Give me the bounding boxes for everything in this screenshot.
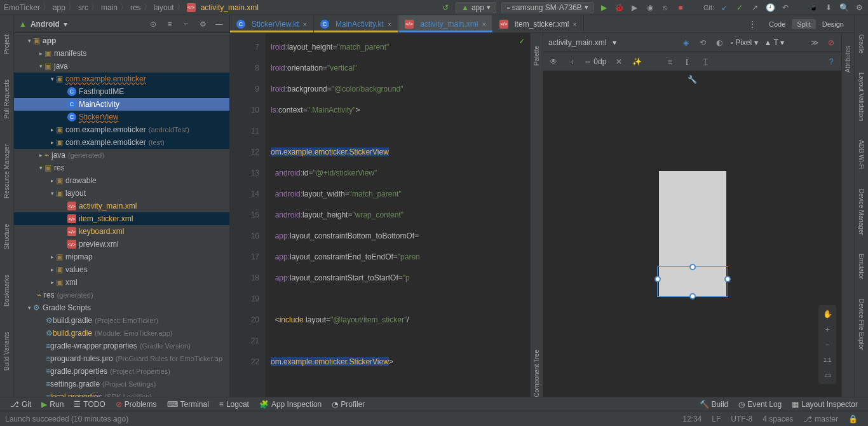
tree-mipmap[interactable]: mipmap — [65, 252, 93, 261]
pan-icon[interactable]: ✋ — [822, 309, 832, 319]
tree-pkg-test[interactable]: com.example.emoticker — [65, 138, 146, 147]
tree-manifests[interactable]: manifests — [54, 49, 86, 58]
settings-icon[interactable]: ⚙ — [854, 3, 864, 13]
clear-constraints-icon[interactable]: ✕ — [614, 57, 624, 67]
tab-mainactivity[interactable]: CMainActivity.kt× — [314, 15, 398, 32]
preview-device[interactable]: ▫ Pixel ▾ — [731, 38, 758, 47]
profile-icon[interactable]: ◉ — [645, 3, 655, 13]
infer-icon[interactable]: ✨ — [632, 57, 642, 67]
tw-device-file-explorer[interactable]: Device File Explor — [858, 299, 865, 350]
git-rollback-icon[interactable]: ↶ — [780, 3, 790, 13]
tree-file-activity[interactable]: activity_main.xml — [79, 202, 137, 210]
viewmode-code[interactable]: Code — [764, 19, 790, 29]
tree-java[interactable]: java — [54, 62, 68, 71]
tw-eventlog[interactable]: ◷Event Log — [733, 400, 787, 409]
help-icon[interactable]: ? — [826, 57, 836, 67]
tree-resgen[interactable]: res — [44, 291, 55, 299]
tree-mainactivity[interactable]: MainActivity — [79, 100, 119, 109]
search-icon[interactable]: 🔍 — [839, 3, 849, 13]
design-attributes[interactable]: Attributes — [844, 46, 851, 72]
tree-pg[interactable]: proguard-rules.pro — [50, 354, 113, 363]
viewmode-design[interactable]: Design — [817, 19, 849, 29]
tw-app-inspection[interactable]: 🧩App Inspection — [254, 400, 327, 409]
tw-layout-inspector[interactable]: ▦Layout Inspector — [787, 400, 863, 409]
crumb-active[interactable]: activity_main.xml — [201, 3, 259, 12]
design-component-tree[interactable]: Component Tree — [533, 350, 540, 397]
tw-project[interactable]: Project — [3, 34, 10, 54]
status-lf[interactable]: LF — [707, 415, 726, 423]
crumb[interactable]: app — [53, 3, 65, 12]
viewmode-split[interactable]: Split — [792, 19, 815, 29]
tab-activity-main[interactable]: </>activity_main.xml× — [398, 15, 493, 32]
debug-icon[interactable]: 🐞 — [614, 3, 625, 13]
more-icon[interactable]: ⋮ — [749, 20, 756, 29]
tw-device-manager[interactable]: Device Manager — [858, 189, 865, 235]
expand-icon[interactable]: ≡ — [165, 19, 175, 29]
run-config-app[interactable]: ▲app ▾ — [456, 2, 496, 13]
tw-pull-requests[interactable]: Pull Requests — [3, 79, 10, 119]
zoom-fit-icon[interactable]: ▭ — [822, 370, 832, 380]
tw-gradle[interactable]: Gradle — [858, 34, 865, 53]
stop-icon[interactable]: ■ — [675, 3, 686, 13]
tree-res[interactable]: res — [54, 163, 65, 172]
code-editor[interactable]: 78910111213141516171819202122 lroid:layo… — [230, 33, 530, 397]
project-tree[interactable]: ▾▣app ▸▣manifests ▾▣java ▾▣com.example.e… — [14, 33, 229, 411]
zoom-out-icon[interactable]: － — [822, 340, 832, 350]
tw-problems[interactable]: ⊘Problems — [111, 400, 162, 409]
tw-build-variants[interactable]: Build Variants — [3, 332, 10, 371]
tree-fastinput[interactable]: FastInputIME — [79, 87, 124, 96]
tw-layout-validation[interactable]: Layout Validation — [858, 72, 865, 121]
issues-icon[interactable]: ⊘ — [826, 38, 836, 48]
collapse-icon[interactable]: ⫟ — [181, 19, 191, 29]
tree-file-item[interactable]: item_sticker.xml — [79, 214, 133, 223]
git-commit-icon[interactable]: ✓ — [735, 3, 745, 13]
status-indent[interactable]: 4 spaces — [757, 415, 798, 423]
tree-pkg-at[interactable]: com.example.emoticker — [65, 125, 146, 134]
git-history-icon[interactable]: 🕘 — [765, 3, 775, 13]
tw-build[interactable]: 🔨Build — [695, 400, 734, 409]
wrench-icon[interactable]: 🔧 — [688, 75, 697, 84]
tree-file-preview[interactable]: preview.xml — [79, 240, 119, 249]
device-frame[interactable] — [659, 171, 726, 297]
design-canvas[interactable]: 🔧 ✋ ＋ － 1:1 ▭ — [543, 71, 841, 397]
tw-profiler[interactable]: ◔Profiler — [327, 400, 370, 409]
tree-xml[interactable]: xml — [65, 278, 78, 287]
tw-resource-manager[interactable]: Resource Manager — [3, 144, 10, 198]
tw-run[interactable]: ▶Run — [36, 400, 69, 409]
tree-sg[interactable]: settings.gradle — [50, 380, 100, 388]
tree-drawable[interactable]: drawable — [65, 176, 97, 185]
status-pos[interactable]: 12:34 — [677, 415, 707, 423]
tree-file-keyboard[interactable]: keyboard.xml — [79, 227, 124, 236]
surface-icon[interactable]: ◈ — [681, 38, 691, 48]
tree-gradle-scripts[interactable]: Gradle Scripts — [43, 303, 91, 312]
tree-layout[interactable]: layout — [65, 189, 86, 198]
tree-stickerview[interactable]: StickerView — [79, 113, 118, 121]
avd-icon[interactable]: 📱 — [808, 3, 818, 13]
guideline-icon[interactable]: ⌶ — [700, 57, 710, 67]
tab-item-sticker[interactable]: </>item_sticker.xml× — [493, 15, 584, 32]
crumb[interactable]: EmoTicker — [4, 3, 40, 12]
tw-structure[interactable]: Structure — [3, 224, 10, 250]
default-margin[interactable]: ↔ 0dp — [584, 57, 606, 66]
status-branch[interactable]: ⎇ master — [798, 415, 843, 423]
zoom-in-icon[interactable]: ＋ — [822, 324, 832, 334]
tw-emulator[interactable]: Emulator — [858, 254, 865, 279]
gear-icon[interactable]: ⚙ — [198, 19, 208, 29]
crumb[interactable]: layout — [154, 3, 174, 12]
device-selector[interactable]: ▫ samsung SM-A736B ▾ — [501, 2, 594, 13]
coverage-icon[interactable]: ▶ — [630, 3, 640, 13]
design-palette[interactable]: Palette — [533, 46, 540, 65]
tw-bookmarks[interactable]: Bookmarks — [3, 275, 10, 306]
tree-javagen[interactable]: java — [51, 151, 65, 160]
tw-adb-wifi[interactable]: ADB Wi-Fi — [858, 140, 865, 170]
crumb[interactable]: src — [78, 3, 88, 12]
git-push-icon[interactable]: ↗ — [750, 3, 760, 13]
tw-todo[interactable]: ☰TODO — [69, 400, 110, 409]
run-icon[interactable]: ▶ — [599, 3, 609, 13]
attach-icon[interactable]: ⎋ — [660, 3, 670, 13]
tw-logcat[interactable]: ≡Logcat — [214, 400, 254, 409]
tw-git[interactable]: ⎇Git — [5, 400, 36, 409]
sdk-icon[interactable]: ⬇ — [824, 3, 834, 13]
tw-terminal[interactable]: ⌨Terminal — [162, 400, 214, 409]
crumb[interactable]: res — [130, 3, 141, 12]
